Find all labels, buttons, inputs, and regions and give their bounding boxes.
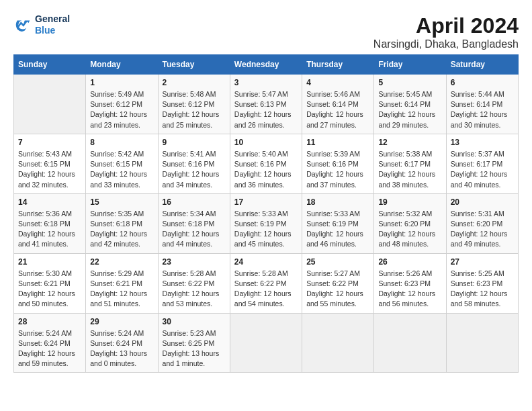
day-info: Sunrise: 5:45 AM Sunset: 6:14 PM Dayligh… [378,89,441,130]
calendar-cell: 8Sunrise: 5:42 AM Sunset: 6:15 PM Daylig… [86,134,158,193]
day-info: Sunrise: 5:33 AM Sunset: 6:19 PM Dayligh… [234,209,298,250]
day-info: Sunrise: 5:24 AM Sunset: 6:24 PM Dayligh… [90,328,153,369]
day-number: 28 [18,317,81,326]
day-info: Sunrise: 5:41 AM Sunset: 6:16 PM Dayligh… [163,149,226,190]
day-info: Sunrise: 5:42 AM Sunset: 6:15 PM Dayligh… [90,149,153,190]
calendar-body: 1Sunrise: 5:49 AM Sunset: 6:12 PM Daylig… [14,75,519,373]
day-number: 10 [234,138,298,147]
calendar-cell [14,75,86,134]
calendar-cell: 23Sunrise: 5:28 AM Sunset: 6:22 PM Dayli… [158,253,230,313]
header-day: Monday [86,55,158,75]
day-info: Sunrise: 5:24 AM Sunset: 6:24 PM Dayligh… [18,328,81,369]
day-info: Sunrise: 5:48 AM Sunset: 6:12 PM Dayligh… [163,89,226,130]
calendar-cell [446,313,518,373]
calendar-cell: 12Sunrise: 5:38 AM Sunset: 6:17 PM Dayli… [374,134,446,193]
day-info: Sunrise: 5:29 AM Sunset: 6:21 PM Dayligh… [90,269,153,310]
day-info: Sunrise: 5:35 AM Sunset: 6:18 PM Dayligh… [90,209,153,250]
day-number: 30 [163,317,226,326]
day-info: Sunrise: 5:47 AM Sunset: 6:13 PM Dayligh… [234,89,298,130]
day-number: 29 [90,317,153,326]
day-number: 27 [451,257,514,267]
day-number: 6 [451,78,514,87]
day-number: 24 [234,257,298,267]
day-number: 12 [378,138,441,147]
day-info: Sunrise: 5:33 AM Sunset: 6:19 PM Dayligh… [306,209,369,250]
location-subtitle: Narsingdi, Dhaka, Bangladesh [373,38,519,50]
header-day: Tuesday [158,55,230,75]
day-number: 7 [18,138,81,147]
day-info: Sunrise: 5:23 AM Sunset: 6:25 PM Dayligh… [163,328,226,369]
day-info: Sunrise: 5:38 AM Sunset: 6:17 PM Dayligh… [378,149,441,190]
logo-text: General Blue [35,13,70,36]
calendar-week-row: 21Sunrise: 5:30 AM Sunset: 6:21 PM Dayli… [14,253,519,313]
day-number: 11 [306,138,369,147]
calendar-cell: 17Sunrise: 5:33 AM Sunset: 6:19 PM Dayli… [230,193,302,253]
title-block: April 2024 Narsingdi, Dhaka, Bangladesh [373,13,519,50]
day-number: 17 [234,197,298,207]
calendar-week-row: 14Sunrise: 5:36 AM Sunset: 6:18 PM Dayli… [14,193,519,253]
header-day: Sunday [14,55,86,75]
calendar-cell: 30Sunrise: 5:23 AM Sunset: 6:25 PM Dayli… [158,313,230,373]
calendar-cell: 16Sunrise: 5:34 AM Sunset: 6:18 PM Dayli… [158,193,230,253]
day-info: Sunrise: 5:30 AM Sunset: 6:21 PM Dayligh… [18,269,81,310]
calendar-cell: 29Sunrise: 5:24 AM Sunset: 6:24 PM Dayli… [86,313,158,373]
day-number: 9 [163,138,226,147]
month-title: April 2024 [373,13,519,38]
logo: General Blue [13,13,70,36]
header-day: Thursday [302,55,374,75]
calendar-cell: 22Sunrise: 5:29 AM Sunset: 6:21 PM Dayli… [86,253,158,313]
day-info: Sunrise: 5:28 AM Sunset: 6:22 PM Dayligh… [163,269,226,310]
day-number: 14 [18,197,81,207]
calendar-cell: 13Sunrise: 5:37 AM Sunset: 6:17 PM Dayli… [446,134,518,193]
day-number: 5 [378,78,441,87]
day-info: Sunrise: 5:39 AM Sunset: 6:16 PM Dayligh… [306,149,369,190]
calendar-cell: 28Sunrise: 5:24 AM Sunset: 6:24 PM Dayli… [14,313,86,373]
day-number: 8 [90,138,153,147]
day-number: 20 [451,197,514,207]
calendar-cell: 15Sunrise: 5:35 AM Sunset: 6:18 PM Dayli… [86,193,158,253]
calendar-cell: 26Sunrise: 5:26 AM Sunset: 6:23 PM Dayli… [374,253,446,313]
day-info: Sunrise: 5:36 AM Sunset: 6:18 PM Dayligh… [18,209,81,250]
header-day: Wednesday [230,55,302,75]
calendar-week-row: 7Sunrise: 5:43 AM Sunset: 6:15 PM Daylig… [14,134,519,193]
calendar-cell [230,313,302,373]
day-number: 16 [163,197,226,207]
day-number: 2 [163,78,226,87]
calendar-cell: 18Sunrise: 5:33 AM Sunset: 6:19 PM Dayli… [302,193,374,253]
day-info: Sunrise: 5:37 AM Sunset: 6:17 PM Dayligh… [451,149,514,190]
calendar-cell: 25Sunrise: 5:27 AM Sunset: 6:22 PM Dayli… [302,253,374,313]
calendar-cell: 7Sunrise: 5:43 AM Sunset: 6:15 PM Daylig… [14,134,86,193]
header-day: Friday [374,55,446,75]
day-number: 26 [378,257,441,267]
calendar-cell: 3Sunrise: 5:47 AM Sunset: 6:13 PM Daylig… [230,75,302,134]
day-info: Sunrise: 5:44 AM Sunset: 6:14 PM Dayligh… [451,89,514,130]
calendar-cell: 9Sunrise: 5:41 AM Sunset: 6:16 PM Daylig… [158,134,230,193]
day-info: Sunrise: 5:40 AM Sunset: 6:16 PM Dayligh… [234,149,298,190]
day-info: Sunrise: 5:28 AM Sunset: 6:22 PM Dayligh… [234,269,298,310]
day-number: 4 [306,78,369,87]
calendar-cell: 10Sunrise: 5:40 AM Sunset: 6:16 PM Dayli… [230,134,302,193]
day-number: 13 [451,138,514,147]
calendar-cell [374,313,446,373]
calendar-cell: 2Sunrise: 5:48 AM Sunset: 6:12 PM Daylig… [158,75,230,134]
calendar-cell: 11Sunrise: 5:39 AM Sunset: 6:16 PM Dayli… [302,134,374,193]
calendar-cell: 20Sunrise: 5:31 AM Sunset: 6:20 PM Dayli… [446,193,518,253]
calendar-cell: 5Sunrise: 5:45 AM Sunset: 6:14 PM Daylig… [374,75,446,134]
calendar-cell: 27Sunrise: 5:25 AM Sunset: 6:23 PM Dayli… [446,253,518,313]
day-info: Sunrise: 5:46 AM Sunset: 6:14 PM Dayligh… [306,89,369,130]
day-number: 3 [234,78,298,87]
header-row: SundayMondayTuesdayWednesdayThursdayFrid… [14,55,519,75]
calendar-cell: 6Sunrise: 5:44 AM Sunset: 6:14 PM Daylig… [446,75,518,134]
day-info: Sunrise: 5:49 AM Sunset: 6:12 PM Dayligh… [90,89,153,130]
day-info: Sunrise: 5:43 AM Sunset: 6:15 PM Dayligh… [18,149,81,190]
calendar-cell: 1Sunrise: 5:49 AM Sunset: 6:12 PM Daylig… [86,75,158,134]
day-number: 1 [90,78,153,87]
day-info: Sunrise: 5:32 AM Sunset: 6:20 PM Dayligh… [378,209,441,250]
day-number: 21 [18,257,81,267]
calendar-header: SundayMondayTuesdayWednesdayThursdayFrid… [14,55,519,75]
calendar-week-row: 1Sunrise: 5:49 AM Sunset: 6:12 PM Daylig… [14,75,519,134]
day-number: 15 [90,197,153,207]
day-info: Sunrise: 5:31 AM Sunset: 6:20 PM Dayligh… [451,209,514,250]
day-number: 18 [306,197,369,207]
calendar-cell [302,313,374,373]
